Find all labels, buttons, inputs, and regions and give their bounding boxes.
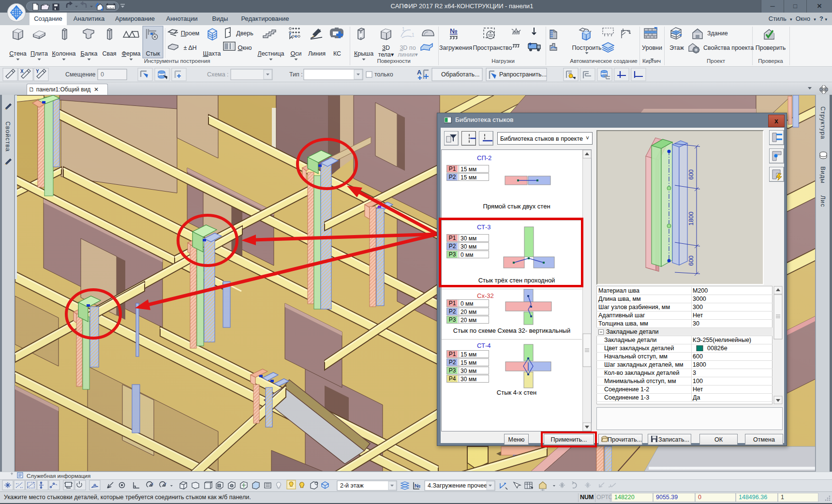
svg-text:Тип :: Тип : — [289, 71, 303, 78]
svg-text:Уровни: Уровни — [642, 44, 662, 51]
svg-text:600: 600 — [687, 169, 695, 180]
svg-text:Плита: Плита — [30, 50, 48, 57]
svg-text:± ΔH: ± ΔH — [183, 44, 196, 51]
svg-text:Колонна: Колонна — [52, 50, 75, 57]
svg-text:Смещение :: Смещение : — [65, 71, 99, 78]
svg-text:Свая: Свая — [102, 50, 116, 57]
svg-text:Оси: Оси — [291, 50, 302, 57]
svg-text:Рапространить...: Рапространить... — [499, 71, 547, 78]
svg-text:Инструменты построения: Инструменты построения — [144, 58, 210, 64]
svg-text:2-й этаж: 2-й этаж — [340, 482, 364, 489]
svg-text:Дверь: Дверь — [236, 30, 253, 37]
svg-text:X: X — [151, 482, 154, 486]
svg-text:линии▾: линии▾ — [398, 51, 418, 58]
svg-text:КС: КС — [333, 50, 341, 57]
svg-text:А: А — [417, 69, 422, 76]
svg-text:№: № — [450, 27, 458, 35]
svg-text:4.Загружение прочее: 4.Загружение прочее — [428, 482, 487, 489]
svg-text:X: X — [20, 69, 24, 74]
svg-text:Загружения: Загружения — [439, 44, 472, 51]
svg-text:Проверка: Проверка — [758, 58, 783, 64]
svg-text:Проем: Проем — [181, 30, 199, 37]
svg-text:3D по: 3D по — [400, 44, 416, 51]
svg-text:Шахта: Шахта — [203, 50, 221, 57]
svg-text:только: только — [374, 71, 393, 78]
svg-text:Проект: Проект — [707, 58, 726, 64]
svg-text:Линия: Линия — [308, 50, 326, 57]
svg-text:Этаж: Этаж — [669, 44, 684, 51]
svg-text:Поверхности: Поверхности — [377, 58, 410, 64]
svg-text:тела▾: тела▾ — [378, 51, 394, 58]
svg-text:Здание: Здание — [707, 30, 728, 37]
svg-text:Стена: Стена — [9, 50, 26, 57]
svg-text:Свойства проекта: Свойства проекта — [703, 44, 754, 51]
svg-text:Пространство: Пространство — [473, 44, 512, 51]
svg-text:Ферма: Ферма — [122, 50, 141, 57]
svg-text:1: 1 — [402, 27, 405, 32]
svg-text:0: 0 — [101, 71, 104, 78]
svg-text:№: № — [415, 483, 420, 489]
svg-text:Проверить: Проверить — [756, 44, 786, 51]
svg-text:Крыша: Крыша — [354, 50, 373, 57]
svg-text:1: 1 — [412, 32, 415, 38]
svg-text:Схема :: Схема : — [207, 71, 229, 78]
svg-text:Y: Y — [36, 69, 39, 74]
svg-text:Нагрузки: Нагрузки — [491, 58, 515, 64]
svg-text:Построить: Построить — [572, 44, 601, 51]
svg-text:Обработать...: Обработать... — [441, 71, 480, 78]
svg-text:3D: 3D — [382, 44, 390, 51]
svg-text:Стык: Стык — [146, 50, 160, 57]
svg-text:600: 600 — [687, 255, 695, 266]
svg-text:Балка: Балка — [80, 50, 97, 57]
svg-text:Окно: Окно — [238, 44, 252, 51]
svg-text:Лестница: Лестница — [257, 50, 284, 57]
svg-text:1800: 1800 — [687, 212, 695, 226]
svg-text:Автоматическое создание: Автоматическое создание — [570, 58, 638, 64]
svg-text:Y: Y — [164, 482, 167, 486]
